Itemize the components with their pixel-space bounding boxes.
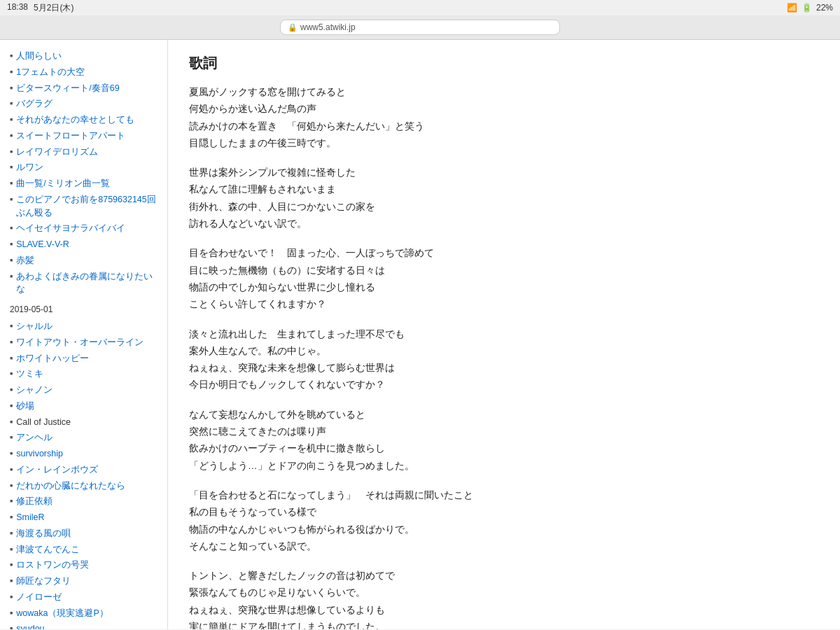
- lyrics-block: 「目を合わせると石になってしまう」 それは両親に聞いたこと 私の目もそうなってい…: [189, 487, 819, 555]
- battery-icon: 🔋: [802, 3, 812, 13]
- list-item[interactable]: 赤髪: [0, 253, 167, 269]
- sidebar-section-2019: シャルルワイトアウト・オーバーラインホワイトハッピーツミキシャノン砂場Call …: [0, 317, 167, 629]
- list-item[interactable]: イン・レインボウズ: [0, 462, 167, 478]
- time: 18:38: [7, 2, 28, 14]
- list-item[interactable]: ロストワンの号哭: [0, 557, 167, 573]
- sidebar-date-2019: 2019-05-01: [0, 299, 167, 317]
- address-bar[interactable]: 🔒 www5.atwiki.jp: [280, 20, 560, 35]
- lyrics-container: 夏風がノックする窓を開けてみると 何処からか迷い込んだ鳥の声 読みかけの本を置き…: [189, 84, 819, 629]
- url-display: www5.atwiki.jp: [300, 22, 356, 32]
- list-item[interactable]: ルワン: [0, 160, 167, 176]
- article-title: 歌詞: [189, 54, 819, 73]
- list-item[interactable]: スイートフロートアパート: [0, 128, 167, 144]
- date: 5月2日(木): [34, 2, 74, 14]
- list-item[interactable]: ノイローゼ: [0, 589, 167, 606]
- status-bar: 18:38 5月2日(木) 📶 🔋 22%: [0, 0, 840, 15]
- list-item[interactable]: 修正依頼: [0, 493, 167, 510]
- list-item[interactable]: 砂場: [0, 398, 167, 414]
- list-item[interactable]: ヘイセイサヨナラバイバイ: [0, 220, 167, 237]
- sidebar: 人間らしい1フェムトの大空ビタースウィート/奏音69バグラグそれがあなたの幸せと…: [0, 40, 168, 629]
- list-item[interactable]: 津波てんでんこ: [0, 542, 167, 558]
- list-item[interactable]: Call of Justice: [0, 414, 167, 430]
- battery-percentage: 22%: [816, 3, 833, 13]
- list-item[interactable]: survivorship: [0, 446, 167, 462]
- list-item[interactable]: 曲一覧/ミリオン曲一覧: [0, 176, 167, 192]
- lock-icon: 🔒: [288, 23, 298, 32]
- browser-chrome: 🔒 www5.atwiki.jp: [0, 15, 840, 40]
- list-item[interactable]: SmileR: [0, 510, 167, 526]
- list-item[interactable]: 海渡る風の唄: [0, 526, 167, 542]
- lyrics-block: トントン、と響きだしたノックの音は初めてで 緊張なんてものじゃ足りないくらいで。…: [189, 568, 819, 629]
- list-item[interactable]: ビタースウィート/奏音69: [0, 80, 167, 97]
- sidebar-section-top: 人間らしい1フェムトの大空ビタースウィート/奏音69バグラグそれがあなたの幸せと…: [0, 47, 167, 299]
- list-item[interactable]: シャルル: [0, 318, 167, 335]
- lyrics-block: 淡々と流れ出した 生まれてしまった理不尽でも 案外人生なんで。私の中じゃ。 ねぇ…: [189, 326, 819, 394]
- list-item[interactable]: syudou: [0, 621, 167, 629]
- list-item[interactable]: だれかの心臓になれたなら: [0, 478, 167, 494]
- lyrics-block: なんて妄想なんかして外を眺めていると 突然に聴こえてきたのは喋り声 飲みかけのハ…: [189, 407, 819, 475]
- list-item[interactable]: ホワイトハッピー: [0, 351, 167, 367]
- list-item[interactable]: ツミキ: [0, 366, 167, 382]
- lyrics-block: 夏風がノックする窓を開けてみると 何処からか迷い込んだ鳥の声 読みかけの本を置き…: [189, 84, 819, 152]
- list-item[interactable]: このピアノでお前を8759632145回ぶん殴る: [0, 192, 167, 221]
- status-right: 📶 🔋 22%: [787, 3, 833, 13]
- list-item[interactable]: バグラグ: [0, 96, 167, 112]
- list-item[interactable]: 師匠なフタリ: [0, 573, 167, 589]
- status-left: 18:38 5月2日(木): [7, 2, 74, 14]
- list-item[interactable]: あわよくばきみの眷属になりたいな: [0, 269, 167, 298]
- main-content[interactable]: 歌詞 夏風がノックする窓を開けてみると 何処からか迷い込んだ鳥の声 読みかけの本…: [168, 40, 840, 629]
- list-item[interactable]: ワイトアウト・オーバーライン: [0, 335, 167, 351]
- list-item[interactable]: 人間らしい: [0, 48, 167, 64]
- list-item[interactable]: wowaka（現実逃避P）: [0, 606, 167, 622]
- list-item[interactable]: それがあなたの幸せとしても: [0, 112, 167, 128]
- lyrics-block: 世界は案外シンプルで複雑に怪奇した 私なんて誰に理解もされないまま 街外れ、森の…: [189, 164, 819, 232]
- list-item[interactable]: 1フェムトの大空: [0, 64, 167, 80]
- wifi-icon: 📶: [787, 3, 797, 13]
- lyrics-block: 目を合わせないで！ 固まった心、一人ぼっちで諦めて 目に映った無機物（もの）に安…: [189, 245, 819, 313]
- list-item[interactable]: アンヘル: [0, 430, 167, 446]
- list-item[interactable]: SLAVE.V-V-R: [0, 237, 167, 253]
- list-item[interactable]: シャノン: [0, 382, 167, 398]
- content-area: 人間らしい1フェムトの大空ビタースウィート/奏音69バグラグそれがあなたの幸せと…: [0, 40, 840, 629]
- list-item[interactable]: レイワイデロリズム: [0, 144, 167, 160]
